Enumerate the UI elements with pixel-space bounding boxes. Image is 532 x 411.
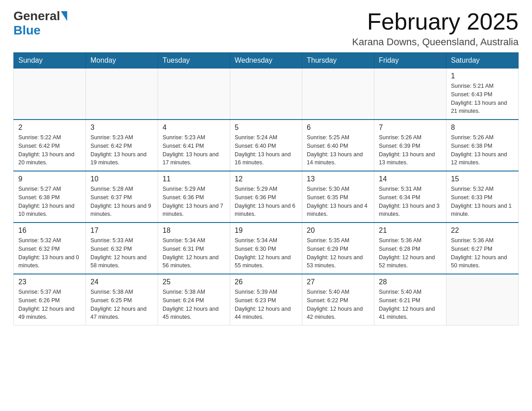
calendar-week-row: 9Sunrise: 5:27 AM Sunset: 6:38 PM Daylig…: [14, 171, 519, 223]
calendar-cell: 22Sunrise: 5:36 AM Sunset: 6:27 PM Dayli…: [446, 223, 519, 274]
calendar-cell: 28Sunrise: 5:40 AM Sunset: 6:21 PM Dayli…: [374, 274, 446, 325]
day-info: Sunrise: 5:37 AM Sunset: 6:26 PM Dayligh…: [18, 288, 81, 321]
day-info: Sunrise: 5:29 AM Sunset: 6:36 PM Dayligh…: [163, 185, 225, 218]
day-number: 10: [90, 175, 153, 183]
day-number: 23: [18, 278, 81, 286]
calendar-cell: 26Sunrise: 5:39 AM Sunset: 6:23 PM Dayli…: [230, 274, 302, 325]
calendar-cell: 7Sunrise: 5:26 AM Sunset: 6:39 PM Daylig…: [374, 120, 446, 171]
day-info: Sunrise: 5:33 AM Sunset: 6:32 PM Dayligh…: [90, 236, 153, 270]
calendar-cell: 24Sunrise: 5:38 AM Sunset: 6:25 PM Dayli…: [86, 274, 158, 325]
calendar-cell: 17Sunrise: 5:33 AM Sunset: 6:32 PM Dayli…: [86, 223, 158, 274]
page-header: General Blue February 2025 Karana Downs,…: [13, 9, 519, 48]
calendar-cell: 20Sunrise: 5:35 AM Sunset: 6:29 PM Dayli…: [302, 223, 374, 274]
day-header-sunday: Sunday: [14, 53, 86, 68]
day-info: Sunrise: 5:23 AM Sunset: 6:42 PM Dayligh…: [90, 133, 153, 167]
calendar-cell: 8Sunrise: 5:26 AM Sunset: 6:38 PM Daylig…: [446, 120, 519, 171]
day-info: Sunrise: 5:36 AM Sunset: 6:27 PM Dayligh…: [451, 236, 514, 270]
logo-general-text: General: [13, 9, 60, 23]
day-number: 8: [451, 124, 514, 132]
day-info: Sunrise: 5:25 AM Sunset: 6:40 PM Dayligh…: [307, 133, 369, 167]
day-number: 5: [235, 124, 297, 132]
day-number: 6: [307, 124, 369, 132]
calendar-cell: 5Sunrise: 5:24 AM Sunset: 6:40 PM Daylig…: [230, 120, 302, 171]
day-info: Sunrise: 5:26 AM Sunset: 6:38 PM Dayligh…: [451, 133, 514, 167]
logo: General Blue: [13, 9, 68, 38]
calendar-cell: 16Sunrise: 5:32 AM Sunset: 6:32 PM Dayli…: [14, 223, 86, 274]
day-number: 14: [379, 175, 442, 183]
calendar-cell: 25Sunrise: 5:38 AM Sunset: 6:24 PM Dayli…: [158, 274, 230, 325]
calendar-week-row: 1Sunrise: 5:21 AM Sunset: 6:43 PM Daylig…: [14, 68, 519, 120]
day-info: Sunrise: 5:22 AM Sunset: 6:42 PM Dayligh…: [18, 133, 81, 167]
day-header-monday: Monday: [86, 53, 158, 68]
calendar-week-row: 23Sunrise: 5:37 AM Sunset: 6:26 PM Dayli…: [14, 274, 519, 325]
calendar-cell: [14, 68, 86, 120]
calendar-cell: 13Sunrise: 5:30 AM Sunset: 6:35 PM Dayli…: [302, 171, 374, 223]
day-info: Sunrise: 5:30 AM Sunset: 6:35 PM Dayligh…: [307, 185, 369, 218]
logo-blue-text: Blue: [13, 23, 41, 38]
day-number: 9: [18, 175, 81, 183]
calendar-cell: [230, 68, 302, 120]
day-number: 1: [451, 72, 514, 80]
calendar-table: SundayMondayTuesdayWednesdayThursdayFrid…: [13, 52, 519, 325]
day-number: 26: [235, 278, 297, 286]
day-number: 16: [18, 227, 81, 235]
day-number: 18: [163, 227, 225, 235]
day-number: 13: [307, 175, 369, 183]
day-info: Sunrise: 5:40 AM Sunset: 6:22 PM Dayligh…: [307, 288, 369, 321]
calendar-cell: 19Sunrise: 5:34 AM Sunset: 6:30 PM Dayli…: [230, 223, 302, 274]
calendar-cell: 12Sunrise: 5:29 AM Sunset: 6:36 PM Dayli…: [230, 171, 302, 223]
day-info: Sunrise: 5:36 AM Sunset: 6:28 PM Dayligh…: [379, 236, 442, 270]
day-info: Sunrise: 5:24 AM Sunset: 6:40 PM Dayligh…: [235, 133, 297, 167]
calendar-cell: 18Sunrise: 5:34 AM Sunset: 6:31 PM Dayli…: [158, 223, 230, 274]
calendar-cell: 2Sunrise: 5:22 AM Sunset: 6:42 PM Daylig…: [14, 120, 86, 171]
day-header-friday: Friday: [374, 53, 446, 68]
day-number: 7: [379, 124, 442, 132]
calendar-cell: 11Sunrise: 5:29 AM Sunset: 6:36 PM Dayli…: [158, 171, 230, 223]
day-header-thursday: Thursday: [302, 53, 374, 68]
day-number: 4: [163, 124, 225, 132]
day-info: Sunrise: 5:39 AM Sunset: 6:23 PM Dayligh…: [235, 288, 297, 321]
day-info: Sunrise: 5:40 AM Sunset: 6:21 PM Dayligh…: [379, 288, 442, 321]
day-info: Sunrise: 5:34 AM Sunset: 6:31 PM Dayligh…: [163, 236, 225, 270]
calendar-cell: [374, 68, 446, 120]
calendar-cell: 9Sunrise: 5:27 AM Sunset: 6:38 PM Daylig…: [14, 171, 86, 223]
day-info: Sunrise: 5:35 AM Sunset: 6:29 PM Dayligh…: [307, 236, 369, 270]
day-info: Sunrise: 5:38 AM Sunset: 6:25 PM Dayligh…: [90, 288, 153, 321]
day-number: 2: [18, 124, 81, 132]
calendar-header-row: SundayMondayTuesdayWednesdayThursdayFrid…: [14, 53, 519, 68]
day-number: 17: [90, 227, 153, 235]
day-number: 15: [451, 175, 514, 183]
day-number: 28: [379, 278, 442, 286]
day-number: 19: [235, 227, 297, 235]
day-info: Sunrise: 5:31 AM Sunset: 6:34 PM Dayligh…: [379, 185, 442, 218]
day-number: 12: [235, 175, 297, 183]
calendar-cell: [446, 274, 519, 325]
logo-triangle-icon: [61, 11, 67, 21]
day-number: 22: [451, 227, 514, 235]
calendar-cell: 3Sunrise: 5:23 AM Sunset: 6:42 PM Daylig…: [86, 120, 158, 171]
title-section: February 2025 Karana Downs, Queensland, …: [352, 9, 519, 48]
calendar-week-row: 2Sunrise: 5:22 AM Sunset: 6:42 PM Daylig…: [14, 120, 519, 171]
page-title: February 2025: [352, 9, 519, 34]
day-info: Sunrise: 5:32 AM Sunset: 6:32 PM Dayligh…: [18, 236, 81, 270]
day-number: 27: [307, 278, 369, 286]
calendar-cell: 6Sunrise: 5:25 AM Sunset: 6:40 PM Daylig…: [302, 120, 374, 171]
day-info: Sunrise: 5:38 AM Sunset: 6:24 PM Dayligh…: [163, 288, 225, 321]
day-info: Sunrise: 5:23 AM Sunset: 6:41 PM Dayligh…: [163, 133, 225, 167]
day-number: 11: [163, 175, 225, 183]
day-number: 24: [90, 278, 153, 286]
calendar-cell: 10Sunrise: 5:28 AM Sunset: 6:37 PM Dayli…: [86, 171, 158, 223]
day-info: Sunrise: 5:27 AM Sunset: 6:38 PM Dayligh…: [18, 185, 81, 218]
day-number: 21: [379, 227, 442, 235]
day-info: Sunrise: 5:34 AM Sunset: 6:30 PM Dayligh…: [235, 236, 297, 270]
day-number: 3: [90, 124, 153, 132]
day-info: Sunrise: 5:28 AM Sunset: 6:37 PM Dayligh…: [90, 185, 153, 218]
calendar-cell: 27Sunrise: 5:40 AM Sunset: 6:22 PM Dayli…: [302, 274, 374, 325]
day-info: Sunrise: 5:29 AM Sunset: 6:36 PM Dayligh…: [235, 185, 297, 218]
calendar-cell: [302, 68, 374, 120]
calendar-cell: 4Sunrise: 5:23 AM Sunset: 6:41 PM Daylig…: [158, 120, 230, 171]
calendar-cell: [86, 68, 158, 120]
day-header-wednesday: Wednesday: [230, 53, 302, 68]
calendar-cell: [158, 68, 230, 120]
page-subtitle: Karana Downs, Queensland, Australia: [352, 36, 519, 48]
